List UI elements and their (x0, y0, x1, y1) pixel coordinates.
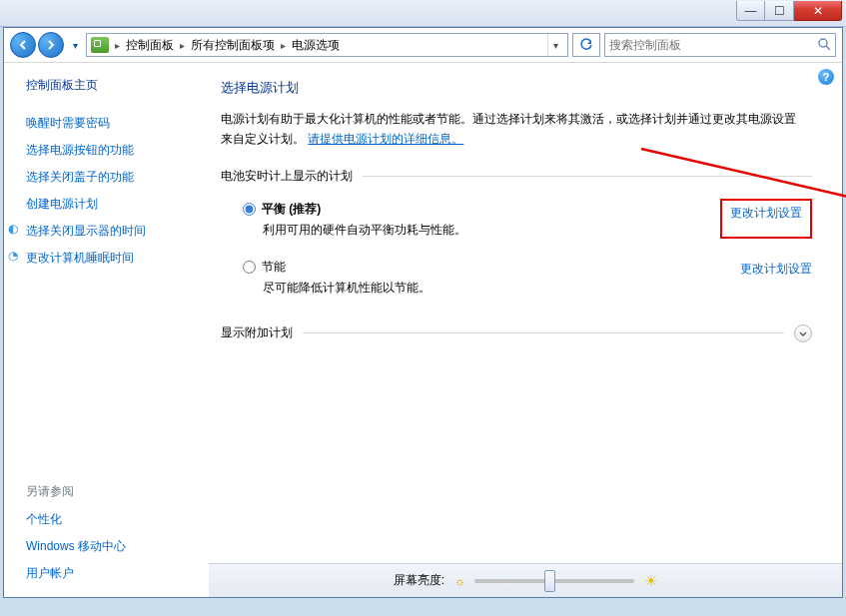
divider (303, 332, 784, 333)
search-icon (817, 37, 831, 54)
address-dropdown[interactable] (547, 34, 563, 56)
navbar: 控制面板 所有控制面板项 电源选项 (4, 28, 842, 62)
nav-back-button[interactable] (10, 32, 36, 58)
window: 控制面板 所有控制面板项 电源选项 控制面板主页 唤醒时需要密码 选择电源按钮的… (3, 27, 843, 598)
content: 控制面板主页 唤醒时需要密码 选择电源按钮的功能 选择关闭盖子的功能 创建电源计… (4, 62, 842, 597)
search-input[interactable] (609, 38, 817, 52)
plan-balanced: 平衡 (推荐) 利用可用的硬件自动平衡功耗与性能。 更改计划设置 (221, 191, 812, 249)
sidebar-item-power-button[interactable]: 选择电源按钮的功能 (26, 137, 203, 164)
change-plan-settings-link[interactable]: 更改计划设置 (730, 204, 802, 220)
address-bar[interactable]: 控制面板 所有控制面板项 电源选项 (86, 33, 568, 57)
refresh-button[interactable] (572, 33, 600, 57)
sun-bright-icon: ☀ (644, 572, 657, 590)
breadcrumb-sep-icon (180, 38, 185, 52)
minimize-button[interactable]: — (736, 1, 765, 21)
page-description: 电源计划有助于最大化计算机的性能或者节能。通过选择计划来将其激活，或选择计划并通… (221, 109, 800, 150)
page-title: 选择电源计划 (221, 79, 812, 97)
nav-history-dropdown[interactable] (68, 32, 82, 58)
breadcrumb-sep-icon (115, 38, 120, 52)
divider (363, 176, 812, 177)
sidebar-item-wake-password[interactable]: 唤醒时需要密码 (26, 110, 203, 137)
brightness-label: 屏幕亮度: (394, 572, 444, 589)
brightness-bar: 屏幕亮度: ☼ ☀ (209, 563, 842, 597)
group-label-text: 电池安时计上显示的计划 (221, 168, 353, 185)
plan-radio-balanced[interactable] (243, 203, 256, 216)
seealso-mobility-center[interactable]: Windows 移动中心 (26, 533, 203, 560)
titlebar: — ☐ ✕ (0, 0, 846, 27)
seealso-personalization[interactable]: 个性化 (26, 506, 203, 533)
breadcrumb-level1[interactable]: 控制面板 (126, 37, 174, 54)
svg-point-0 (819, 39, 827, 47)
sidebar-item-display-off[interactable]: 选择关闭显示器的时间 (12, 218, 203, 245)
sidebar-item-lid-close[interactable]: 选择关闭盖子的功能 (26, 164, 203, 191)
svg-line-1 (826, 46, 830, 50)
sidebar-home-link[interactable]: 控制面板主页 (26, 77, 203, 94)
plan-group-label: 电池安时计上显示的计划 (221, 168, 812, 185)
sidebar-item-label: 更改计算机睡眠时间 (26, 251, 134, 265)
nav-forward-button[interactable] (38, 32, 64, 58)
breadcrumb-level3[interactable]: 电源选项 (292, 37, 340, 54)
clock-icon (8, 249, 22, 263)
plan-powersaver: 节能 尽可能降低计算机性能以节能。 更改计划设置 (221, 249, 812, 307)
breadcrumb-sep-icon (281, 38, 286, 52)
annotation-highlight: 更改计划设置 (720, 199, 812, 239)
change-plan-settings-link[interactable]: 更改计划设置 (740, 259, 812, 297)
see-also-heading: 另请参阅 (26, 483, 203, 500)
plan-name: 节能 (262, 259, 286, 276)
slider-thumb[interactable] (544, 570, 555, 592)
plan-name: 平衡 (推荐) (262, 201, 321, 218)
help-icon[interactable]: ? (818, 69, 834, 85)
sidebar: 控制面板主页 唤醒时需要密码 选择电源按钮的功能 选择关闭盖子的功能 创建电源计… (4, 63, 209, 597)
plan-desc: 利用可用的硬件自动平衡功耗与性能。 (243, 222, 720, 239)
sidebar-item-label: 选择关闭显示器的时间 (26, 224, 146, 238)
window-buttons: — ☐ ✕ (736, 1, 842, 21)
sun-dim-icon: ☼ (454, 575, 464, 587)
brightness-slider[interactable] (474, 579, 634, 583)
plan-radio-powersaver[interactable] (243, 261, 256, 274)
expander-label: 显示附加计划 (221, 324, 293, 341)
chevron-down-icon (794, 324, 812, 342)
close-button[interactable]: ✕ (794, 1, 842, 21)
shield-icon (8, 222, 22, 236)
plan-desc: 尽可能降低计算机性能以节能。 (243, 280, 740, 297)
sidebar-item-sleep-time[interactable]: 更改计算机睡眠时间 (12, 245, 203, 272)
seealso-user-accounts[interactable]: 用户帐户 (26, 560, 203, 587)
sidebar-item-create-plan[interactable]: 创建电源计划 (26, 191, 203, 218)
breadcrumb-level2[interactable]: 所有控制面板项 (191, 37, 275, 54)
desc-more-link[interactable]: 请提供电源计划的详细信息。 (308, 132, 463, 146)
control-panel-icon (91, 37, 109, 53)
maximize-button[interactable]: ☐ (765, 1, 794, 21)
search-box[interactable] (604, 33, 836, 57)
main-panel: ? 选择电源计划 电源计划有助于最大化计算机的性能或者节能。通过选择计划来将其激… (209, 63, 842, 597)
show-additional-plans[interactable]: 显示附加计划 (221, 324, 812, 342)
